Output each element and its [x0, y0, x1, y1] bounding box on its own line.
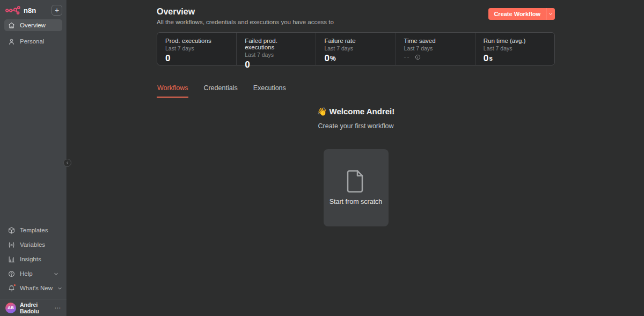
- user-options-icon[interactable]: ⋯: [54, 304, 61, 312]
- sidebar-item-whats-new[interactable]: What's New: [4, 282, 62, 294]
- stat-value: 0%: [324, 53, 387, 64]
- page-title: Overview: [157, 7, 334, 17]
- brand-name: n8n: [24, 6, 36, 14]
- sidebar-item-overview[interactable]: Overview: [4, 19, 62, 31]
- sidebar-item-help[interactable]: Help: [4, 268, 62, 280]
- sidebar-item-variables[interactable]: Variables: [4, 239, 62, 251]
- page-subtitle: All the workflows, credentials and execu…: [157, 19, 334, 25]
- start-from-scratch-label: Start from scratch: [330, 198, 383, 205]
- stat-value: 0: [165, 53, 228, 64]
- chevron-left-icon: [65, 161, 69, 165]
- create-workflow-dropdown-button[interactable]: [546, 8, 555, 20]
- user-name: Andrei Badoiu: [20, 302, 50, 314]
- stat-label: Failed prod. executions: [245, 38, 308, 50]
- stat-period: Last 7 days: [404, 45, 467, 52]
- stat-failure-rate: Failure rate Last 7 days 0%: [316, 33, 395, 65]
- create-workflow-split-button: Create Workflow: [488, 8, 555, 20]
- stat-label: Time saved: [404, 38, 467, 44]
- tab-executions[interactable]: Executions: [253, 82, 287, 98]
- sidebar-item-label: Variables: [20, 241, 45, 248]
- bell-icon: [8, 285, 15, 292]
- parentheses-x-icon: [8, 241, 15, 248]
- main-area: Overview All the workflows, credentials …: [68, 0, 644, 316]
- sidebar-item-label: Insights: [20, 256, 41, 262]
- stat-prod-executions: Prod. executions Last 7 days 0: [157, 33, 236, 65]
- create-workflow-button[interactable]: Create Workflow: [488, 8, 546, 20]
- stats-panel: Prod. executions Last 7 days 0 Failed pr…: [157, 32, 555, 65]
- stat-run-time-avg: Run time (avg.) Last 7 days 0s: [475, 33, 554, 65]
- stat-value: --: [404, 53, 467, 61]
- stat-time-saved: Time saved Last 7 days --: [396, 33, 475, 65]
- sidebar-collapse-button[interactable]: [63, 159, 71, 167]
- question-circle-icon: [8, 270, 15, 277]
- stat-period: Last 7 days: [245, 52, 308, 58]
- chevron-down-icon: [57, 286, 62, 291]
- sidebar-nav-bottom: Templates Variables Insights: [0, 224, 67, 299]
- welcome-section: 👋 Welcome Andrei! Create your first work…: [157, 107, 555, 226]
- stat-period: Last 7 days: [324, 45, 387, 52]
- page-header: Overview All the workflows, credentials …: [157, 7, 555, 25]
- user-menu-row[interactable]: AB Andrei Badoiu ⋯: [0, 299, 67, 316]
- user-icon: [8, 38, 15, 45]
- sidebar-item-label: Overview: [20, 22, 46, 28]
- logo-row: n8n +: [0, 0, 67, 19]
- stat-value: 0s: [484, 53, 546, 64]
- stat-label: Failure rate: [324, 38, 387, 44]
- stat-failed-prod-executions: Failed prod. executions Last 7 days 0: [236, 33, 316, 65]
- welcome-subtitle: Create your first workflow: [157, 122, 555, 130]
- start-from-scratch-card[interactable]: Start from scratch: [324, 149, 389, 226]
- sidebar-item-label: Personal: [20, 38, 44, 45]
- file-icon: [346, 170, 365, 193]
- sidebar-item-insights[interactable]: Insights: [4, 253, 62, 265]
- package-icon: [8, 227, 15, 234]
- sidebar-item-personal[interactable]: Personal: [4, 35, 62, 47]
- tab-bar: Workflows Credentials Executions: [157, 82, 555, 98]
- notification-dot: [13, 284, 16, 286]
- sidebar-item-label: Templates: [20, 227, 48, 233]
- chevron-down-icon: [54, 271, 58, 276]
- stat-label: Run time (avg.): [484, 38, 546, 44]
- sidebar-item-templates[interactable]: Templates: [4, 224, 62, 236]
- avatar: AB: [5, 303, 16, 313]
- tab-workflows[interactable]: Workflows: [157, 82, 188, 98]
- home-icon: [8, 22, 15, 29]
- sidebar-item-label: What's New: [20, 285, 53, 291]
- info-icon[interactable]: [415, 54, 421, 60]
- sidebar: n8n + Overview Personal: [0, 0, 67, 316]
- stat-period: Last 7 days: [165, 45, 228, 52]
- stat-period: Last 7 days: [484, 45, 546, 52]
- bar-chart-icon: [8, 256, 15, 263]
- sidebar-nav-top: Overview Personal: [0, 19, 67, 52]
- stat-label: Prod. executions: [165, 38, 228, 44]
- add-workflow-button[interactable]: +: [52, 5, 62, 16]
- welcome-title: 👋 Welcome Andrei!: [157, 107, 555, 116]
- n8n-logo-icon: [5, 6, 20, 14]
- sidebar-item-label: Help: [20, 270, 33, 277]
- tab-credentials[interactable]: Credentials: [203, 82, 238, 98]
- stat-value: 0: [245, 60, 308, 70]
